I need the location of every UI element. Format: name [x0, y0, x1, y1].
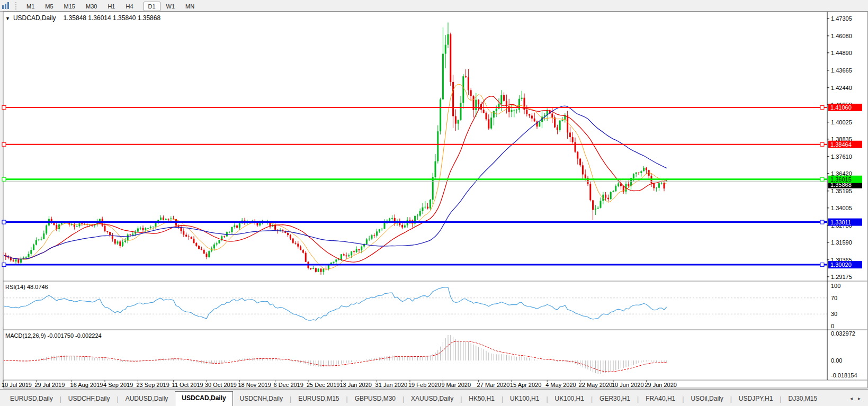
hline-price-tag-1.30020: 1.30020 — [828, 261, 862, 268]
tab-gbpusd-m30[interactable]: GBPUSD,M30 — [348, 392, 402, 406]
date-label: 13 Jan 2020 — [339, 382, 372, 388]
hline-handle[interactable] — [820, 105, 824, 109]
rsi-axis-label: 70 — [831, 295, 837, 301]
date-label: 11 Oct 2019 — [172, 382, 203, 388]
chart-tabs: EURUSD,Daily|USDCHF,Daily|AUDUSD,DailyUS… — [3, 391, 850, 406]
hline-handle[interactable] — [2, 177, 6, 181]
date-label: 10 Jun 2020 — [612, 382, 644, 388]
chart-window-frame — [3, 12, 867, 388]
svg-text:1.41060: 1.41060 — [830, 104, 852, 111]
chart-symbol-label: USDCAD,Daily — [13, 14, 56, 22]
date-label: 10 Jul 2019 — [2, 382, 32, 388]
rsi-axis-label: 100 — [831, 283, 840, 289]
date-label: 27 Mar 2020 — [477, 382, 510, 388]
svg-text:1.33011: 1.33011 — [830, 219, 851, 225]
symbol-dropdown-icon[interactable]: ▼ — [5, 16, 10, 21]
date-label: 22 May 2020 — [579, 382, 613, 388]
date-label: 4 Sep 2019 — [103, 382, 133, 388]
svg-text:1.30020: 1.30020 — [830, 261, 852, 268]
tab-dj30-m15[interactable]: DJ30,M15 — [781, 392, 824, 406]
tab-usoil-daily[interactable]: USOil,Daily — [684, 392, 730, 406]
price-tick-label: 1.37610 — [831, 154, 852, 160]
price-tick-label: 1.43665 — [831, 67, 852, 74]
date-label: 9 Mar 2020 — [441, 382, 471, 388]
date-label: 6 Dec 2019 — [274, 382, 303, 388]
macd-axis-label: 0.00 — [831, 357, 842, 364]
tab-uk100-h1[interactable]: UK100,H1 — [503, 392, 546, 406]
hline-handle[interactable] — [820, 177, 824, 181]
date-label: 18 Nov 2019 — [238, 382, 271, 388]
tab-uk100-h1[interactable]: UK100,H1 — [548, 392, 591, 406]
macd-axis-label: -0.018154 — [831, 372, 857, 378]
hline-handle[interactable] — [820, 142, 824, 146]
date-label: 23 Sep 2019 — [136, 382, 169, 388]
date-label: 31 Jan 2020 — [375, 382, 408, 388]
date-label: 19 Feb 2020 — [408, 382, 441, 388]
price-tick-label: 1.31590 — [831, 239, 852, 246]
tab-hk50-h1[interactable]: HK50,H1 — [462, 392, 502, 406]
date-label: 25 Dec 2019 — [307, 382, 339, 388]
price-tick-label: 1.44890 — [831, 50, 852, 56]
hline-handle[interactable] — [2, 220, 6, 224]
tab-xauusd-daily[interactable]: XAUUSD,Daily — [404, 392, 460, 406]
tab-audusd-daily[interactable]: AUDUSD,Daily — [119, 392, 175, 406]
date-axis: 10 Jul 201929 Jul 201916 Aug 20194 Sep 2… — [2, 380, 677, 388]
date-label: 16 Aug 2019 — [70, 382, 103, 388]
hline-handle[interactable] — [820, 263, 824, 267]
date-label: 29 Jun 2020 — [645, 382, 677, 388]
tab-usdcad-daily[interactable]: USDCAD,Daily — [175, 391, 232, 406]
tab-usdcnh-daily[interactable]: USDCNH,Daily — [233, 392, 290, 406]
rsi-axis-label: 30 — [831, 311, 837, 317]
hline-handle[interactable] — [2, 105, 6, 109]
hline-price-tag-1.36015: 1.36015 — [828, 176, 862, 183]
tabs-navigation: ◂ ▸ — [850, 395, 861, 401]
hline-price-tag-1.41060: 1.41060 — [828, 104, 862, 111]
price-tick-label: 1.47305 — [831, 15, 852, 22]
hline-handle[interactable] — [820, 220, 824, 224]
chart-tabs-bar: EURUSD,Daily|USDCHF,Daily|AUDUSD,DailyUS… — [0, 389, 868, 406]
tabs-scroll-right-icon[interactable]: ▸ — [858, 395, 861, 401]
chart-header: ▼USDCAD,Daily1.35848 1.36014 1.35840 1.3… — [5, 14, 160, 22]
tab-eurusd-daily[interactable]: EURUSD,Daily — [3, 392, 60, 406]
hline-price-tag-1.33011: 1.33011 — [828, 219, 862, 226]
svg-text:1.38464: 1.38464 — [830, 141, 852, 148]
price-tick-label: 1.40025 — [831, 119, 852, 125]
mt4-window: M1M5M15M30H1H4D1W1MN 1.473051.460801.448… — [0, 0, 868, 406]
tab-ger30-h1[interactable]: GER30,H1 — [593, 392, 637, 406]
macd-indicator-label: MACD(12,26,9) -0.001750 -0.002224 — [5, 332, 102, 339]
price-tick-label: 1.34005 — [831, 205, 852, 211]
rsi-axis-label: 0 — [831, 323, 834, 329]
svg-text:1.36015: 1.36015 — [830, 176, 852, 183]
date-label: 4 May 2020 — [545, 382, 576, 388]
chart-canvas[interactable]: 1.473051.460801.448901.436651.424401.412… — [0, 0, 868, 389]
date-label: 29 Jul 2019 — [34, 382, 65, 388]
price-tick-label: 1.46080 — [831, 33, 852, 39]
tab-usdchf-daily[interactable]: USDCHF,Daily — [61, 392, 117, 406]
tab-usdjpy-h1[interactable]: USDJPY,H1 — [732, 392, 780, 406]
hline-price-tag-1.38464: 1.38464 — [828, 141, 862, 148]
macd-axis-label: 0.032972 — [831, 330, 855, 337]
price-tick-label: 1.42440 — [831, 85, 852, 91]
tabs-scroll-left-icon[interactable]: ◂ — [850, 395, 853, 401]
hline-handle[interactable] — [2, 142, 6, 146]
chart-ohlc-values: 1.35848 1.36014 1.35840 1.35868 — [64, 14, 161, 22]
date-label: 15 Apr 2020 — [510, 382, 541, 388]
hline-handle[interactable] — [2, 263, 6, 267]
tab-fra40-h1[interactable]: FRA40,H1 — [639, 392, 682, 406]
date-label: 30 Oct 2019 — [205, 382, 237, 388]
macd-values: -0.001750 -0.002224 — [47, 332, 101, 339]
rsi-indicator-label: RSI(14) 48.0746 — [5, 284, 48, 290]
price-tick-label: 1.29175 — [831, 274, 852, 280]
price-tick-label: 1.35195 — [831, 188, 852, 194]
tab-eurusd-m15[interactable]: EURUSD,M15 — [291, 392, 346, 406]
rsi-value: 48.0746 — [27, 284, 48, 290]
